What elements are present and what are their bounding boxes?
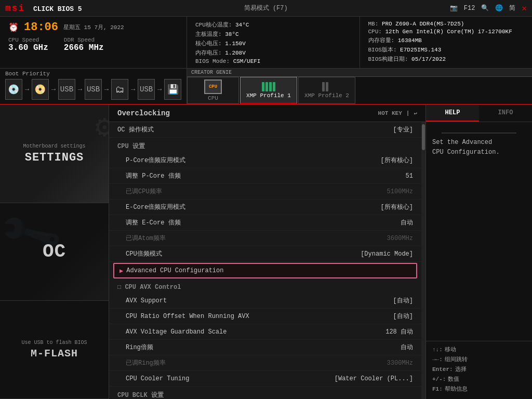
boot-priority-area: Boot Priority 💿 → 📀 → USB → USB → 🗂 → US…	[0, 69, 187, 104]
status-center-row: 核心电压: 1.150V	[195, 39, 351, 47]
lang-label[interactable]: 简	[509, 4, 515, 12]
setting-value: 自动	[401, 218, 413, 227]
setting-row[interactable]: 调整 E-Core 倍频自动	[109, 215, 421, 231]
tab-cpu[interactable]: CPU CPU	[187, 77, 239, 104]
main-area: ⚙ Motherboard settings SETTINGS 🔧 OC Use…	[0, 105, 532, 399]
setting-row[interactable]: E-Core倍频应用模式[所有核心]	[109, 200, 421, 215]
ddr-speed-item: DDR Speed 2666 MHz	[64, 37, 104, 52]
setting-row[interactable]: ▶ Advanced CPU Configuration	[113, 263, 417, 278]
setting-row[interactable]: CPU倍频模式[Dynamic Mode]	[109, 246, 421, 262]
setting-row[interactable]: 已调Ring频率3300MHz	[109, 355, 421, 371]
clock-time: 18:06	[24, 21, 58, 34]
f12-label[interactable]: F12	[464, 5, 475, 12]
status-center-row: CPU核心温度: 34°C	[195, 21, 351, 29]
setting-value: 51	[406, 172, 413, 180]
status-left: ⏰ 18:06 星期五 15 7月, 2022 CPU Speed 3.60 G…	[0, 17, 187, 68]
search-icon[interactable]: 🔍	[481, 4, 489, 12]
tab-xmp2[interactable]: XMP Profile 2	[298, 77, 355, 104]
status-right-row: MB: PRO Z690-A DDR4(MS-7D25)	[368, 21, 524, 27]
section-header: CPU BCLK 设置	[109, 387, 421, 399]
cpu-icon: CPU	[204, 79, 222, 94]
settings-large-label: SETTINGS	[25, 151, 84, 164]
boot-disk-icon[interactable]: 💾	[164, 79, 181, 100]
status-right-row: CPU: 12th Gen Intel(R) Core(TM) i7-12700…	[368, 29, 524, 35]
section-header: □ CPU AVX Control	[109, 280, 421, 293]
tab-xmp1[interactable]: XMP Profile 1	[240, 77, 297, 104]
flash-small-label: Use USB to flash BIOS	[21, 340, 87, 345]
boot-nvme-icon[interactable]: 🗂	[111, 79, 128, 100]
boot-usb1-icon[interactable]: USB	[58, 79, 75, 100]
settings-list: OC 操作模式[专业]CPU 设置P-Core倍频应用模式[所有核心]调整 P-…	[109, 122, 421, 399]
key-legend-row: ↑↓: 移动	[432, 345, 526, 353]
mem2-icon	[322, 82, 332, 91]
setting-row[interactable]: AVX Voltage Guardband Scale128 自动	[109, 324, 421, 340]
oc-label: OC	[43, 241, 66, 262]
cpu-speed-label: CPU Speed	[8, 37, 48, 43]
flash-large-label: M-FLASH	[31, 348, 78, 360]
setting-name: AVX Voltage Guardband Scale	[126, 328, 385, 336]
mem-icon	[262, 82, 275, 91]
flash-section[interactable]: Use USB to flash BIOS M-FLASH	[0, 301, 109, 399]
setting-value: 自动	[401, 343, 413, 352]
setting-value: 5100MHz	[387, 188, 413, 195]
tabs-container: CREATOR GENIE CPU CPU XMP Profile 1	[187, 69, 532, 104]
overclocking-title: Overclocking	[117, 109, 170, 117]
center-content: Overclocking HOT KEY | ↩ OC 操作模式[专业]CPU …	[109, 105, 425, 399]
setting-name: CPU倍频模式	[126, 249, 361, 258]
setting-row[interactable]: Ring倍频自动	[109, 340, 421, 355]
setting-row[interactable]: CPU Cooler Tuning[Water Cooler (PL...]	[109, 371, 421, 387]
setting-value: [所有核心]	[381, 156, 413, 165]
setting-row[interactable]: 已调CPU频率5100MHz	[109, 184, 421, 200]
pipe-divider: |	[406, 110, 410, 116]
arrow-icon: ▶	[119, 267, 123, 275]
cpu-speed-val: 3.60 GHz	[8, 43, 48, 52]
setting-value: [所有核心]	[381, 203, 413, 211]
setting-name: 已调CPU频率	[126, 187, 387, 196]
scrollbar[interactable]	[421, 122, 425, 399]
settings-section[interactable]: ⚙ Motherboard settings SETTINGS	[0, 105, 109, 203]
setting-row[interactable]: OC 操作模式[专业]	[109, 122, 421, 138]
boot-dvd-icon[interactable]: 📀	[32, 79, 49, 100]
boot-hdd-icon[interactable]: 💿	[5, 79, 22, 100]
setting-value: 128 自动	[385, 327, 413, 336]
setting-row[interactable]: AVX Support[自动]	[109, 293, 421, 309]
top-bar-right: 📷 F12 🔍 🌐 简 ✕	[450, 3, 527, 14]
setting-row[interactable]: CPU Ratio Offset When Running AVX[自动]	[109, 309, 421, 324]
oc-header-right: HOT KEY | ↩	[378, 110, 417, 117]
clock-icon: ⏰	[8, 22, 19, 33]
help-divider	[442, 132, 516, 134]
setting-name: AVX Support	[126, 297, 393, 304]
hotkey-label: HOT KEY	[378, 110, 402, 116]
setting-value: [专业]	[393, 125, 413, 134]
boot-usb3-icon[interactable]: USB	[138, 79, 155, 100]
info-tab[interactable]: INFO	[479, 105, 532, 122]
help-tab[interactable]: HELP	[426, 105, 479, 122]
cpu-speed-item: CPU Speed 3.60 GHz	[8, 37, 48, 52]
key-legend: ↑↓: 移动→←: 组间跳转Enter: 选择+/-: 数值F1: 帮助信息	[426, 341, 532, 399]
simple-mode-label[interactable]: 简易模式 (F7)	[244, 4, 288, 12]
boot-usb2-icon[interactable]: USB	[85, 79, 102, 100]
setting-row[interactable]: 已调Atom频率3600MHz	[109, 231, 421, 246]
setting-value: [Water Cooler (PL...]	[335, 375, 413, 382]
setting-row[interactable]: 调整 P-Core 倍频51	[109, 168, 421, 184]
return-icon[interactable]: ↩	[414, 110, 417, 117]
creator-genie-tab[interactable]: CREATOR GENIE	[187, 69, 532, 77]
clock-date: 星期五 15 7月, 2022	[63, 23, 124, 31]
setting-value: 3300MHz	[387, 360, 413, 367]
oc-section[interactable]: 🔧 OC	[0, 203, 109, 301]
settings-small-label: Motherboard settings	[23, 143, 85, 149]
status-right: MB: PRO Z690-A DDR4(MS-7D25)CPU: 12th Ge…	[360, 17, 533, 68]
setting-row[interactable]: P-Core倍频应用模式[所有核心]	[109, 153, 421, 168]
setting-value: [自动]	[393, 312, 413, 321]
status-center-row: BIOS Mode: CSM/UEFI	[195, 58, 351, 64]
ddr-speed-label: DDR Speed	[64, 37, 104, 43]
status-center: CPU核心温度: 34°C主板温度: 38°C核心电压: 1.150V内存电压:…	[187, 17, 360, 68]
setting-name: 调整 P-Core 倍频	[126, 171, 406, 180]
close-icon[interactable]: ✕	[522, 3, 527, 14]
globe-icon[interactable]: 🌐	[495, 4, 503, 12]
status-right-row: BIOS构建日期: 05/17/2022	[368, 55, 524, 63]
status-center-row: 内存电压: 1.208V	[195, 49, 351, 57]
screenshot-icon[interactable]: 📷	[450, 4, 458, 12]
status-center-row: 主板温度: 38°C	[195, 30, 351, 38]
top-bar-center: 简易模式 (F7)	[244, 4, 288, 12]
